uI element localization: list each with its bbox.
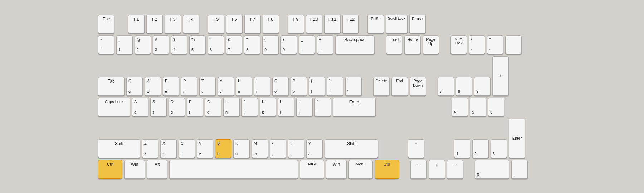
key-period[interactable]: > . — [288, 139, 304, 158]
key-0[interactable]: ) 0 — [280, 35, 297, 54]
key-lbracket[interactable]: { [ — [309, 77, 325, 96]
key-rwin[interactable]: Win — [326, 160, 347, 179]
key-backslash[interactable]: | \ — [345, 77, 362, 96]
key-semicolon[interactable]: : ; — [296, 98, 313, 116]
key-space[interactable] — [169, 160, 298, 179]
key-num-4[interactable]: 4 — [452, 98, 468, 116]
key-y[interactable]: Y y — [218, 77, 234, 96]
key-delete[interactable]: Delete — [373, 77, 390, 96]
key-f8[interactable]: F8 — [263, 15, 279, 33]
key-9[interactable]: ( 9 — [262, 35, 279, 54]
key-m[interactable]: M m — [252, 139, 268, 158]
key-h[interactable]: H h — [223, 98, 240, 116]
key-l[interactable]: L l — [278, 98, 294, 116]
key-num-5[interactable]: 5 — [470, 98, 486, 116]
key-g[interactable]: G g — [205, 98, 221, 116]
key-right[interactable]: → — [447, 160, 463, 179]
key-v[interactable]: V v — [197, 139, 213, 158]
key-7[interactable]: & 7 — [226, 35, 242, 54]
key-insert[interactable]: Insert — [386, 35, 402, 54]
key-numlock[interactable]: NumLock — [450, 35, 467, 54]
key-num-plus[interactable]: + — [492, 56, 509, 96]
key-num-6[interactable]: 6 — [488, 98, 504, 116]
key-end[interactable]: End — [391, 77, 408, 96]
key-rshift[interactable]: Shift — [325, 139, 378, 158]
key-n[interactable]: N n — [233, 139, 250, 158]
key-rctrl[interactable]: Ctrl — [375, 160, 399, 179]
key-o[interactable]: O o — [272, 77, 289, 96]
key-menu[interactable]: Menu — [348, 160, 373, 179]
key-f3[interactable]: F3 — [165, 15, 181, 33]
key-minus[interactable]: _ - — [299, 35, 315, 54]
key-f6[interactable]: F6 — [226, 15, 243, 33]
key-lwin[interactable]: Win — [124, 160, 145, 179]
key-num-7[interactable]: 7 — [438, 77, 454, 96]
key-w[interactable]: W w — [145, 77, 161, 96]
key-num-9[interactable]: 9 — [474, 77, 491, 96]
key-home[interactable]: Home — [404, 35, 421, 54]
key-4[interactable]: $ 4 — [171, 35, 187, 54]
key-3[interactable]: # 3 — [153, 35, 169, 54]
key-pagedown[interactable]: PageDown — [410, 77, 426, 96]
key-u[interactable]: U u — [236, 77, 252, 96]
key-tab[interactable]: Tab — [98, 77, 125, 96]
key-d[interactable]: D d — [169, 98, 185, 116]
key-j[interactable]: J j — [241, 98, 258, 116]
key-f5[interactable]: F5 — [208, 15, 224, 33]
key-pause[interactable]: Pause — [409, 15, 426, 33]
key-enter[interactable]: Enter — [333, 98, 376, 116]
key-z[interactable]: Z z — [142, 139, 158, 158]
key-f9[interactable]: F9 — [288, 15, 304, 33]
key-num-3[interactable]: 3 — [491, 139, 507, 158]
key-t[interactable]: T t — [199, 77, 216, 96]
key-r[interactable]: R r — [181, 77, 197, 96]
key-altgr[interactable]: AltGr — [300, 160, 324, 179]
key-x[interactable]: X x — [160, 139, 177, 158]
key-backspace[interactable]: Backspace — [335, 35, 375, 54]
key-num-2[interactable]: 2 — [472, 139, 489, 158]
key-lctrl[interactable]: Ctrl — [98, 160, 122, 179]
key-rbracket[interactable]: } ] — [327, 77, 343, 96]
key-f2[interactable]: F2 — [146, 15, 163, 33]
key-slash[interactable]: ? / — [306, 139, 323, 158]
key-5[interactable]: % 5 — [189, 35, 206, 54]
key-1[interactable]: ! 1 — [116, 35, 133, 54]
key-i[interactable]: I i — [254, 77, 270, 96]
key-f[interactable]: F f — [187, 98, 203, 116]
key-lalt[interactable]: Alt — [147, 160, 167, 179]
key-2[interactable]: @ 2 — [135, 35, 151, 54]
key-num-0[interactable]: 0 — [475, 160, 509, 179]
key-c[interactable]: C c — [179, 139, 195, 158]
key-esc[interactable]: Esc — [98, 15, 114, 33]
key-num-1[interactable]: 1 — [454, 139, 470, 158]
key-q[interactable]: Q q — [126, 77, 143, 96]
key-lshift[interactable]: Shift — [98, 139, 140, 158]
key-equals[interactable]: + = — [317, 35, 333, 54]
key-up[interactable]: ↑ — [408, 139, 424, 158]
key-p[interactable]: P p — [291, 77, 307, 96]
key-backtick[interactable]: ~ ` — [98, 35, 114, 54]
key-comma[interactable]: < , — [270, 139, 286, 158]
key-num-minus[interactable]: - - — [505, 35, 522, 54]
key-b[interactable]: B b — [215, 139, 231, 158]
key-f11[interactable]: F11 — [324, 15, 341, 33]
key-f7[interactable]: F7 — [244, 15, 261, 33]
key-f10[interactable]: F10 — [306, 15, 322, 33]
key-quote[interactable]: " ' — [314, 98, 331, 116]
key-capslock[interactable]: Caps Lock — [98, 98, 130, 116]
key-a[interactable]: A a — [132, 98, 148, 116]
key-f1[interactable]: F1 — [128, 15, 145, 33]
key-down[interactable]: ↓ — [429, 160, 445, 179]
key-num-8[interactable]: 8 — [456, 77, 472, 96]
key-f4[interactable]: F4 — [183, 15, 199, 33]
key-6[interactable]: ^ 6 — [208, 35, 224, 54]
key-pageup[interactable]: PageUp — [423, 35, 439, 54]
key-k[interactable]: K k — [260, 98, 276, 116]
key-num-asterisk[interactable]: * * — [487, 35, 503, 54]
key-num-decimal[interactable]: . — [511, 160, 528, 179]
key-prtsc[interactable]: PrtSc — [367, 15, 384, 33]
key-8[interactable]: * 8 — [244, 35, 260, 54]
key-s[interactable]: S s — [150, 98, 167, 116]
key-f12[interactable]: F12 — [342, 15, 359, 33]
key-left[interactable]: ← — [410, 160, 427, 179]
